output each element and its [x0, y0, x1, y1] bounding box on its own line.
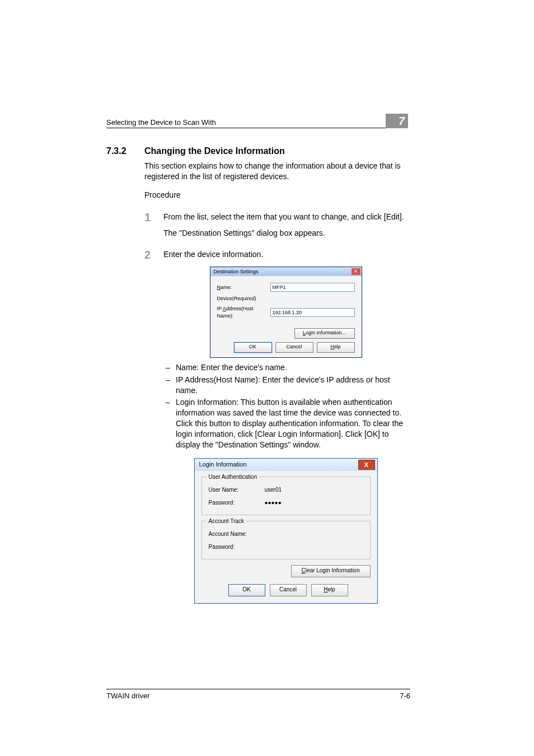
footer-page-number: 7-6 — [400, 692, 410, 700]
step-1-subtext: The "Destination Settings" dialog box ap… — [163, 228, 408, 239]
account-name-label: Account Name: — [209, 530, 265, 538]
procedure-label: Procedure — [144, 190, 408, 200]
at-password-label: Password: — [209, 543, 265, 551]
help-button[interactable]: Help — [311, 584, 348, 596]
section-intro: This section explains how to change the … — [144, 161, 408, 182]
account-track-group: Account Track Account Name: Password: — [202, 521, 371, 559]
step-number-1: 1 — [144, 212, 163, 239]
section-heading: 7.3.2 Changing the Device Information — [106, 146, 408, 156]
step-2-text: Enter the device information. — [163, 249, 408, 260]
close-icon[interactable]: X — [358, 460, 375, 470]
dialog1-titlebar: Destination Settings ✕ — [210, 267, 362, 276]
step-1-text: From the list, select the item that you … — [163, 212, 408, 222]
password-label: Password: — [209, 499, 265, 507]
dialog2-titlebar: Login Information X — [195, 459, 377, 471]
user-authentication-group: User Authentication User Name: user01 Pa… — [202, 477, 371, 515]
user-name-label: User Name: — [209, 486, 265, 494]
bullet-name: Name: Enter the device's name. — [163, 362, 408, 373]
device-required-label: Device(Required) — [217, 295, 270, 302]
account-track-legend: Account Track — [207, 517, 246, 525]
section-number: 7.3.2 — [106, 146, 144, 156]
clear-login-information-button[interactable]: Clear Login Information — [291, 565, 371, 577]
dialog2-title: Login Information — [199, 460, 358, 469]
login-information-button[interactable]: Login Information... — [294, 328, 355, 339]
login-information-dialog: Login Information X User Authentication … — [194, 458, 378, 604]
dialog1-title: Destination Settings — [214, 268, 352, 275]
name-input[interactable]: MFP1 — [270, 283, 355, 292]
page-footer: TWAIN driver 7-6 — [106, 689, 410, 700]
name-label: Name: — [217, 284, 270, 291]
cancel-button[interactable]: Cancel — [275, 342, 313, 353]
step-number-2: 2 — [144, 249, 163, 603]
user-authentication-legend: User Authentication — [207, 473, 260, 481]
chapter-number-badge: 7 — [386, 114, 408, 128]
page-header: Selecting the Device to Scan With 7 — [106, 112, 408, 128]
bullet-ip: IP Address(Host Name): Enter the device'… — [163, 375, 408, 396]
ok-button[interactable]: OK — [228, 584, 265, 596]
bullet-login-info: Login Information: This button is availa… — [163, 397, 408, 450]
ip-address-input[interactable]: 192.168.1.20 — [270, 308, 355, 317]
footer-left: TWAIN driver — [106, 692, 400, 700]
ip-address-label: IP Address(Host Name): — [217, 305, 270, 319]
user-name-value: user01 — [265, 486, 363, 494]
close-icon[interactable]: ✕ — [352, 268, 360, 275]
help-button[interactable]: Help — [317, 342, 355, 353]
ok-button[interactable]: OK — [234, 342, 272, 353]
header-title: Selecting the Device to Scan With — [106, 118, 386, 127]
section-title: Changing the Device Information — [144, 146, 285, 156]
destination-settings-dialog: Destination Settings ✕ Name: MFP1 Device… — [210, 267, 362, 357]
password-value: ●●●●● — [265, 499, 363, 507]
cancel-button[interactable]: Cancel — [270, 584, 307, 596]
